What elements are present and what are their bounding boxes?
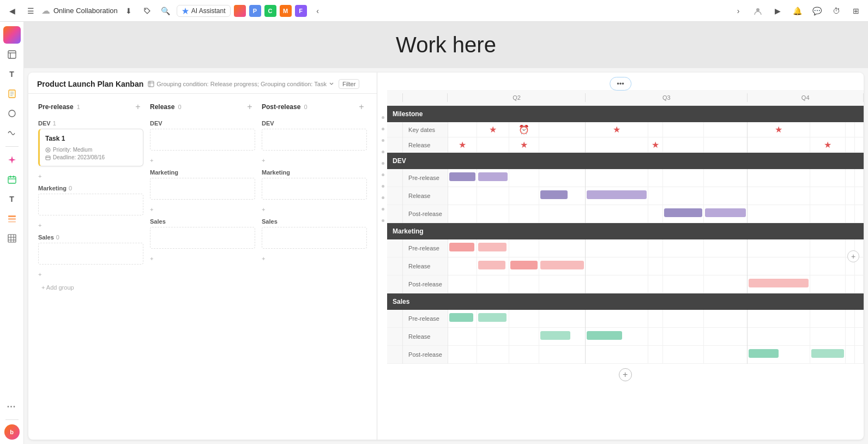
expand-button[interactable]: › — [731, 3, 746, 19]
tab-4[interactable]: M — [280, 5, 292, 17]
kanban-body: Pre-release 1 + DEV 1 Task 1 P — [28, 94, 377, 440]
grid-button[interactable]: ⊞ — [848, 3, 864, 19]
play-button[interactable]: ▶ — [770, 3, 785, 19]
menu-button[interactable]: ☰ — [23, 3, 38, 19]
sidebar-icon-sparkle[interactable] — [3, 151, 21, 169]
bar-dev-rel-2 — [587, 190, 647, 199]
dot-2[interactable] — [382, 128, 384, 130]
gantt-row-sales-release: Release — [387, 328, 864, 346]
dot-8[interactable] — [382, 196, 384, 199]
empty-marketing-postrelease — [262, 178, 367, 200]
group-milestone-spacer — [448, 106, 863, 123]
svg-point-26 — [47, 149, 49, 151]
back-button[interactable]: ◀ — [4, 3, 20, 19]
gantt-cell-rm-10: ★ — [810, 137, 846, 153]
add-prerelease-button[interactable]: + — [132, 101, 143, 112]
card-deadline: Deadline: 2023/08/16 — [45, 154, 137, 160]
add-task-sales-postrelease[interactable]: + — [262, 253, 265, 264]
gantt-right-add-button[interactable]: + — [847, 250, 859, 262]
svg-rect-15 — [8, 218, 16, 220]
top-bar-left: ◀ ☰ ☁ Online Collaboration ⬇ 🔍 AI Assist… — [4, 3, 727, 19]
add-task-marketing-postrelease[interactable]: + — [262, 204, 265, 215]
add-task-dev-postrelease[interactable]: + — [262, 155, 265, 166]
empty-dev-postrelease — [262, 129, 367, 151]
top-bar-right: › ▶ 🔔 💬 ⏱ ⊞ — [731, 3, 864, 19]
gantt-row-label-sales-release: Release — [403, 328, 448, 346]
dot-7[interactable] — [382, 185, 384, 188]
more-tabs-button[interactable]: ‹ — [310, 3, 326, 19]
add-task-sales-prerelease[interactable]: + — [38, 269, 41, 280]
ai-assistant-button[interactable]: AI Assistant — [177, 5, 231, 17]
download-button[interactable]: ⬇ — [121, 3, 136, 19]
clock-icon: ⏰ — [519, 125, 529, 134]
star-icon-5: ★ — [520, 140, 528, 149]
group-dev-postrelease-label: DEV — [262, 117, 367, 129]
gantt-row-label-sales-prerelease: Pre-release — [403, 310, 448, 328]
gantt-cell-rm-11 — [846, 137, 854, 153]
grouping-label: Grouping condition: Release progress; Gr… — [156, 81, 327, 87]
tab-3[interactable]: C — [264, 5, 276, 17]
dot-4[interactable] — [382, 151, 384, 153]
filter-button[interactable]: Filter — [339, 79, 359, 89]
avatar-button[interactable] — [750, 3, 765, 19]
add-task-dev-prerelease[interactable]: + — [38, 171, 41, 182]
svg-rect-10 — [8, 177, 16, 183]
tab-2[interactable]: P — [249, 5, 261, 17]
add-task-dev-release[interactable]: + — [150, 155, 153, 166]
group-marketing-gantt-header: Marketing — [387, 223, 864, 240]
bell-button[interactable]: 🔔 — [789, 3, 805, 19]
empty-dev-release — [150, 129, 255, 151]
dot-5[interactable] — [382, 162, 384, 165]
sidebar-icon-text2[interactable]: T — [3, 190, 21, 208]
history-button[interactable]: ⏱ — [829, 3, 844, 19]
sidebar-icon-home[interactable] — [3, 26, 21, 44]
tab-5[interactable]: F — [295, 5, 307, 17]
group-milestone-header: Milestone — [387, 106, 864, 123]
gantt-cell-rm-8 — [704, 137, 748, 153]
add-postrelease-button[interactable]: + — [356, 101, 367, 112]
gantt-more-button[interactable]: ••• — [610, 77, 631, 91]
search-button[interactable]: 🔍 — [158, 3, 173, 19]
gantt-row-mkt-prerelease: Pre-release — [387, 239, 864, 257]
sidebar-icon-circle[interactable] — [3, 105, 21, 122]
gantt-section: ••• + — [377, 73, 864, 440]
user-avatar[interactable]: b — [4, 424, 20, 440]
gantt-row-sales-postrelease: Post-release — [387, 346, 864, 364]
add-task-sales-release[interactable]: + — [150, 253, 153, 264]
sidebar-icon-layout[interactable] — [3, 46, 21, 63]
dot-10[interactable] — [382, 219, 384, 222]
gantt-header-label — [403, 90, 448, 106]
add-group-button[interactable]: + Add group — [38, 280, 77, 295]
sidebar-icon-wave[interactable] — [3, 124, 21, 142]
chat-button[interactable]: 💬 — [809, 3, 824, 19]
add-release-button[interactable]: + — [244, 101, 255, 112]
tag-button[interactable] — [140, 3, 155, 19]
sidebar-icon-table[interactable] — [3, 230, 21, 247]
col-header-postrelease: Post-release 0 + — [262, 98, 367, 117]
group-milestone-label: Milestone — [387, 106, 448, 123]
tab-1[interactable] — [234, 5, 246, 17]
group-marketing-release-label: Marketing — [150, 166, 255, 178]
sidebar-icon-more[interactable]: ••• — [3, 398, 21, 415]
bar-mkt-pre-1 — [449, 243, 474, 251]
svg-rect-2 — [8, 51, 16, 58]
star-icon-6: ★ — [652, 140, 659, 149]
gantt-cell-kd-q3-4 — [704, 122, 748, 137]
sidebar-icon-list[interactable] — [3, 210, 21, 227]
svg-rect-17 — [8, 235, 16, 242]
gantt-cell-rm-6: ★ — [648, 137, 663, 153]
add-task-marketing-prerelease[interactable]: + — [38, 220, 41, 231]
add-task-marketing-release[interactable]: + — [150, 204, 153, 215]
dot-9[interactable] — [382, 208, 384, 211]
sidebar-icon-text[interactable]: T — [3, 65, 21, 83]
dot-1[interactable] — [382, 116, 384, 119]
sidebar-divider-bottom — [5, 419, 19, 420]
left-sidebar: T T ••• b — [0, 22, 24, 444]
dot-6[interactable] — [382, 173, 384, 176]
gantt-add-button[interactable]: + — [619, 368, 632, 381]
top-bar: ◀ ☰ ☁ Online Collaboration ⬇ 🔍 AI Assist… — [0, 0, 868, 22]
kanban-card-task1[interactable]: Task 1 Priority: Medium Deadline: 2023/0… — [38, 129, 143, 166]
dot-3[interactable] — [382, 139, 384, 142]
sidebar-icon-note[interactable] — [3, 85, 21, 103]
sidebar-icon-calendar[interactable] — [3, 171, 21, 188]
